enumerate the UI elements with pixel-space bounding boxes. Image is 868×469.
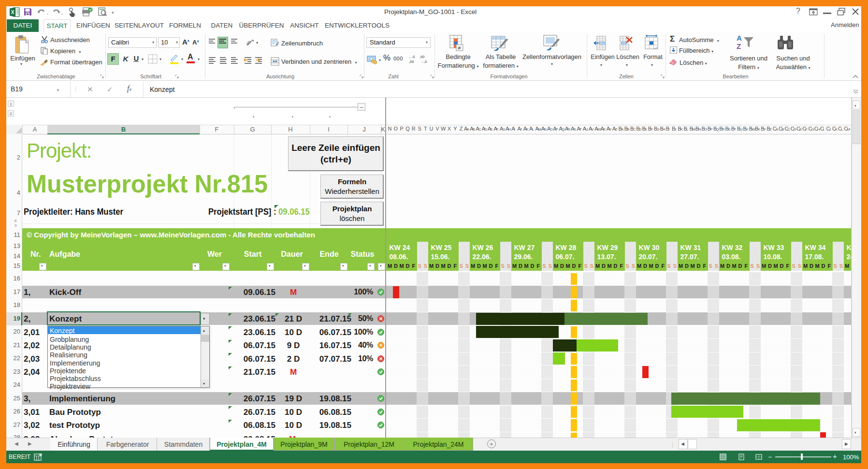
- svg-text:≠: ≠: [458, 45, 461, 51]
- svg-text:,0: ,0: [424, 59, 427, 64]
- svg-text:,00: ,00: [420, 55, 424, 59]
- svg-text:→: →: [420, 59, 424, 64]
- svg-text:,00: ,00: [409, 59, 414, 64]
- svg-text:ab: ab: [246, 40, 252, 46]
- svg-text:,0: ,0: [412, 55, 415, 59]
- svg-text:X: X: [11, 10, 14, 15]
